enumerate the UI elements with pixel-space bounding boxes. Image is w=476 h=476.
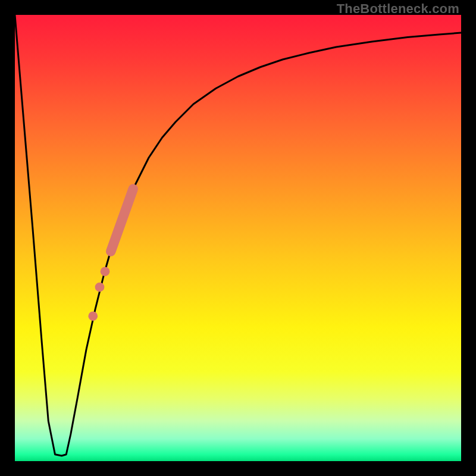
gradient-background <box>15 15 461 461</box>
plot-area <box>15 15 461 461</box>
marker-dot <box>88 311 98 321</box>
marker-dot <box>101 267 110 276</box>
bottleneck-chart <box>15 15 461 461</box>
marker-dot <box>95 283 105 292</box>
chart-frame: TheBottleneck.com <box>0 0 476 476</box>
watermark: TheBottleneck.com <box>337 1 459 17</box>
